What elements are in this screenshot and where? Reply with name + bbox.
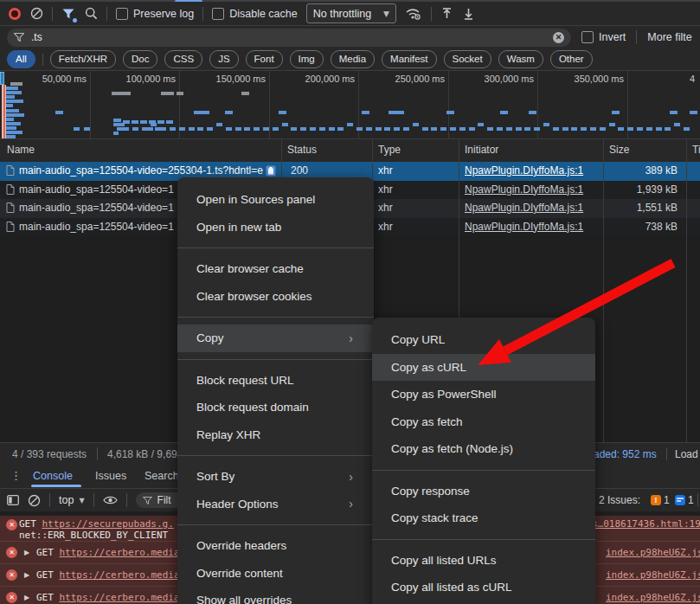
context-menu-item-replay-xhr[interactable]: Replay XHR xyxy=(177,421,374,449)
request-type-chip-manifest[interactable]: Manifest xyxy=(382,50,436,68)
request-type-chip-css[interactable]: CSS xyxy=(164,50,202,68)
clear-network-log-button[interactable] xyxy=(29,7,43,21)
request-type-chip-font[interactable]: Font xyxy=(246,50,283,68)
tab-search[interactable]: Search xyxy=(144,470,179,482)
request-type-chip-wasm[interactable]: Wasm xyxy=(498,50,543,68)
execution-context-selector[interactable]: top ▼ xyxy=(59,494,85,506)
request-initiator-link[interactable]: NpawPlugin.DIyffoMa.js:1 xyxy=(465,221,583,233)
source-location-link[interactable]: index.p98heU6Z.js xyxy=(606,547,700,558)
submenu-item-copy-all-listed-as-curl[interactable]: Copy all listed as cURL xyxy=(372,574,595,601)
context-menu-item-block-request-domain[interactable]: Block request domain xyxy=(177,394,374,421)
context-menu-item-clear-browser-cache[interactable]: Clear browser cache xyxy=(177,255,374,283)
context-menu-item-override-content[interactable]: Override content xyxy=(177,560,374,588)
waterfall-bar xyxy=(6,87,18,90)
submenu-arrow-icon: › xyxy=(349,470,353,484)
live-expression-eye-icon[interactable] xyxy=(103,495,118,505)
invert-filter-label: Invert xyxy=(599,31,626,43)
filter-toggle-icon[interactable] xyxy=(61,7,75,21)
column-header-type[interactable]: Type xyxy=(378,144,401,156)
request-type-chip-doc[interactable]: Doc xyxy=(123,50,157,68)
expand-caret-icon[interactable]: ▶ xyxy=(24,594,29,601)
tab-issues-label: Issues xyxy=(95,470,126,482)
issues-summary-label[interactable]: 2 Issues: xyxy=(599,494,640,506)
request-url-link[interactable]: https://securepubads.g. xyxy=(42,518,174,530)
expand-caret-icon[interactable]: ▶ xyxy=(24,571,29,579)
timeline-position-marker xyxy=(0,72,4,85)
tab-issues[interactable]: Issues xyxy=(95,470,126,482)
record-network-log-button[interactable] xyxy=(9,8,21,20)
context-menu-item-block-request-url[interactable]: Block request URL xyxy=(177,367,374,395)
submenu-item-copy-as-curl[interactable]: Copy as cURL xyxy=(372,354,595,382)
import-har-icon[interactable] xyxy=(440,7,453,21)
submenu-item-copy-url[interactable]: Copy URL xyxy=(372,326,595,354)
waterfall-bar xyxy=(534,127,540,131)
expand-caret-icon[interactable]: ▶ xyxy=(24,549,29,556)
document-icon xyxy=(6,165,15,176)
request-url-link[interactable]: https://cerbero.media xyxy=(60,592,180,603)
request-name-cell: main-audio_spa=125504-video=255304-1.ts?… xyxy=(19,164,279,177)
status-bar-divider xyxy=(97,447,98,460)
filter-input[interactable]: .ts ✕ xyxy=(7,29,571,47)
preserve-log-checkbox[interactable] xyxy=(116,8,128,20)
context-menu-item-show-all-overrides[interactable]: Show all overrides xyxy=(177,587,374,604)
context-menu-item-override-headers[interactable]: Override headers xyxy=(177,532,374,560)
clear-filter-icon[interactable]: ✕ xyxy=(553,32,564,43)
source-location-link[interactable]: index.p98heU6Z.js xyxy=(606,569,700,581)
request-type-chip-js[interactable]: JS xyxy=(209,50,238,68)
column-header-name[interactable]: Name xyxy=(7,144,35,156)
search-icon[interactable] xyxy=(84,7,98,21)
context-menu-item-open-in-new-tab[interactable]: Open in new tab xyxy=(177,214,374,241)
more-filters-label[interactable]: More filte xyxy=(647,31,691,43)
request-type-chip-all[interactable]: All xyxy=(7,50,35,68)
request-type-chip-socket[interactable]: Socket xyxy=(444,50,491,68)
context-menu-item-open-in-sources-panel[interactable]: Open in Sources panel xyxy=(177,186,374,214)
breaking-change-issue-icon[interactable]: ! xyxy=(651,495,661,505)
network-toolbar: Preserve log Disable cache No throttling… xyxy=(0,2,700,26)
invert-filter-checkbox[interactable] xyxy=(581,31,594,43)
submenu-item-copy-response[interactable]: Copy response xyxy=(372,478,595,505)
request-url-link[interactable]: https://cerbero.media xyxy=(60,547,180,558)
source-location-link[interactable]: index.p98heU6Z.js xyxy=(606,592,700,603)
waterfall-bar xyxy=(524,127,530,131)
waterfall-bar xyxy=(356,127,363,131)
network-filter-bar: .ts ✕ Invert More filte xyxy=(0,26,700,48)
request-type-chip-other[interactable]: Other xyxy=(550,50,593,68)
network-conditions-icon[interactable] xyxy=(405,7,422,21)
disable-cache-checkbox[interactable] xyxy=(212,8,224,20)
export-har-icon[interactable] xyxy=(462,7,475,21)
column-header-ti[interactable]: Ti xyxy=(692,144,700,156)
page-error-issue-icon[interactable] xyxy=(675,495,685,505)
submenu-item-copy-as-powershell[interactable]: Copy as PowerShell xyxy=(372,381,595,408)
submenu-item-copy-as-fetch[interactable]: Copy as fetch xyxy=(372,408,595,436)
request-initiator-link[interactable]: NpawPlugin.DIyffoMa.js:1 xyxy=(465,164,583,177)
context-menu-item-copy[interactable]: Copy› xyxy=(177,324,374,352)
context-menu-item-sort-by[interactable]: Sort By› xyxy=(177,463,374,491)
request-url-link[interactable]: https://cerbero.media xyxy=(60,569,180,581)
source-location-link[interactable]: s…018617436.html:19 xyxy=(592,518,700,530)
context-menu-item-clear-browser-cookies[interactable]: Clear browser cookies xyxy=(177,283,374,311)
http-method: GET xyxy=(19,518,42,530)
console-sidebar-icon[interactable] xyxy=(7,495,19,505)
tab-console[interactable]: Console xyxy=(33,470,73,482)
context-menu-item-header-options[interactable]: Header Options› xyxy=(177,491,374,518)
submenu-item-copy-as-fetch-node-js[interactable]: Copy as fetch (Node.js) xyxy=(372,435,595,463)
menu-item-label: Copy as cURL xyxy=(391,361,466,374)
clear-console-icon[interactable] xyxy=(28,494,41,507)
request-initiator-link[interactable]: NpawPlugin.DIyffoMa.js:1 xyxy=(465,183,583,196)
request-type-chip-fetch-xhr[interactable]: Fetch/XHR xyxy=(50,50,116,68)
column-header-status[interactable]: Status xyxy=(287,144,317,156)
column-header-initiator[interactable]: Initiator xyxy=(465,144,498,156)
submenu-item-copy-all-listed-urls[interactable]: Copy all listed URLs xyxy=(372,547,595,575)
menu-item-label: Copy URL xyxy=(391,333,445,346)
menu-item-label: Override headers xyxy=(196,539,286,552)
waterfall-bar xyxy=(74,127,80,131)
network-overview-timeline[interactable]: 50,000 ms100,000 ms150,000 ms200,000 ms2… xyxy=(0,71,700,139)
request-type-chip-media[interactable]: Media xyxy=(331,50,375,68)
column-header-size[interactable]: Size xyxy=(609,144,629,156)
request-initiator-link[interactable]: NpawPlugin.DIyffoMa.js:1 xyxy=(465,202,583,214)
submenu-item-copy-stack-trace[interactable]: Copy stack trace xyxy=(372,504,595,532)
throttling-select[interactable]: No throttling ▼ xyxy=(306,3,396,23)
request-type-chip-img[interactable]: Img xyxy=(290,50,324,68)
waterfall-bar xyxy=(500,111,508,114)
kebab-menu-icon[interactable]: ⋮ xyxy=(10,469,22,482)
